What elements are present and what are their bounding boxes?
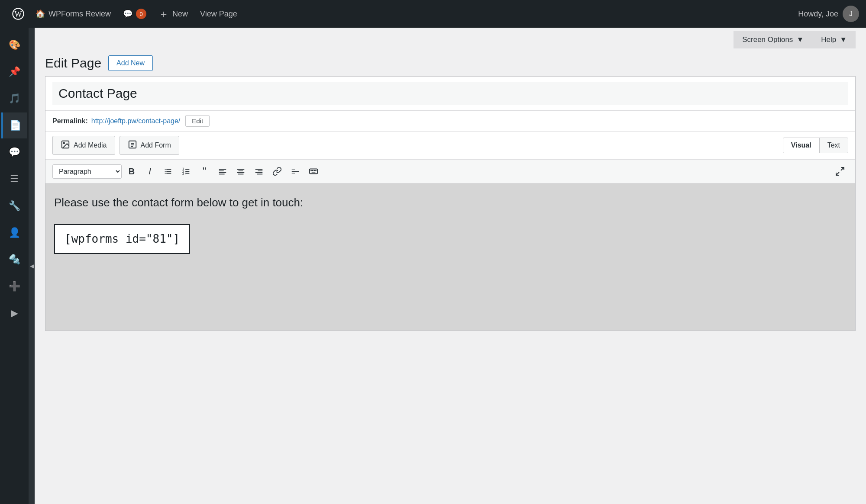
plus-icon: ＋ (158, 7, 169, 21)
align-left-button[interactable] (214, 163, 231, 180)
admin-sidebar: 🎨 📌 🎵 📄 💬 ☰ 🔧 👤 🔩 ➕ ▶ (0, 28, 29, 504)
home-icon: 🏠 (36, 9, 45, 19)
format-toolbar: Paragraph B I 1.2.3. " (45, 160, 855, 183)
editor-wrap: Permalink: http://joeftp.pw/contact-page… (45, 76, 856, 331)
add-form-icon (128, 140, 137, 151)
bold-button[interactable]: B (123, 163, 140, 180)
comments-link[interactable]: 💬 0 (117, 0, 152, 28)
visual-tab[interactable]: Visual (783, 138, 820, 153)
svg-rect-21 (219, 170, 224, 171)
adminbar-right: Howdy, Joe J (798, 6, 859, 22)
add-media-icon (61, 140, 70, 151)
svg-rect-35 (310, 169, 317, 174)
add-new-button[interactable]: Add New (108, 55, 153, 71)
svg-line-42 (836, 172, 839, 175)
content-paragraph: Please use the contact form below to get… (54, 194, 847, 212)
svg-rect-25 (239, 170, 243, 171)
page-header: Edit Page Add New (35, 48, 866, 76)
add-media-button[interactable]: Add Media (52, 136, 115, 155)
svg-rect-12 (165, 173, 166, 174)
page-title: Edit Page (45, 56, 101, 71)
svg-rect-23 (219, 174, 225, 175)
more-break-button[interactable] (287, 163, 304, 180)
paragraph-select[interactable]: Paragraph (52, 164, 122, 179)
sidebar-item-posts[interactable]: 📌 (1, 59, 27, 85)
title-wrap (45, 77, 855, 111)
comments-icon: 💬 (123, 9, 132, 19)
svg-rect-11 (166, 171, 171, 172)
main-content: Screen Options ▼ Help ▼ Edit Page Add Ne… (35, 28, 866, 504)
admin-bar: W 🏠 WPForms Review 💬 0 ＋ New View Page H… (0, 0, 866, 28)
align-right-button[interactable] (251, 163, 267, 180)
svg-rect-22 (219, 172, 226, 173)
svg-point-3 (63, 142, 65, 144)
svg-rect-9 (166, 169, 171, 170)
svg-rect-27 (238, 174, 244, 175)
post-title-input[interactable] (52, 82, 848, 105)
new-content-link[interactable]: ＋ New (152, 0, 194, 28)
ordered-list-button[interactable]: 1.2.3. (178, 163, 194, 180)
text-tab[interactable]: Text (820, 138, 848, 153)
svg-rect-31 (257, 174, 262, 175)
sidebar-item-pages[interactable]: 📄 (1, 112, 27, 138)
svg-rect-28 (255, 169, 263, 170)
screen-options-button[interactable]: Screen Options ▼ (734, 31, 812, 48)
svg-rect-34 (292, 173, 295, 174)
svg-rect-29 (258, 170, 262, 171)
help-button[interactable]: Help ▼ (812, 31, 856, 48)
chevron-down-icon: ▼ (796, 35, 804, 44)
permalink-wrap: Permalink: http://joeftp.pw/contact-page… (45, 111, 855, 132)
svg-rect-13 (166, 173, 171, 174)
sidebar-item-plugins[interactable]: 🔧 (1, 193, 27, 219)
svg-rect-10 (165, 171, 166, 172)
wp-logo-icon[interactable]: W (7, 0, 29, 28)
svg-rect-32 (292, 171, 299, 172)
permalink-label: Permalink: (52, 117, 88, 125)
sidebar-item-dashboard[interactable]: 🎨 (1, 32, 27, 58)
sidebar-item-settings[interactable]: 🔩 (1, 247, 27, 273)
svg-rect-8 (165, 169, 166, 170)
sidebar-item-users[interactable]: 👤 (1, 220, 27, 246)
sidebar-item-appearance[interactable]: ☰ (1, 166, 27, 192)
svg-rect-33 (292, 169, 295, 170)
svg-rect-30 (255, 172, 263, 173)
align-center-button[interactable] (233, 163, 249, 180)
link-button[interactable] (269, 163, 285, 180)
user-info[interactable]: Howdy, Joe J (798, 6, 859, 22)
svg-rect-26 (237, 172, 245, 173)
expand-toolbar-button[interactable] (832, 163, 848, 180)
site-name-link[interactable]: 🏠 WPForms Review (29, 0, 117, 28)
unordered-list-button[interactable] (160, 163, 176, 180)
screen-meta-links: Screen Options ▼ Help ▼ (35, 28, 866, 48)
sidebar-item-media2[interactable]: ▶ (1, 300, 27, 326)
permalink-url[interactable]: http://joeftp.pw/contact-page/ (91, 117, 180, 125)
svg-text:3.: 3. (182, 172, 186, 176)
italic-button[interactable]: I (142, 163, 158, 180)
view-page-link[interactable]: View Page (194, 0, 243, 28)
avatar: J (843, 6, 859, 22)
svg-text:W: W (14, 10, 22, 19)
sidebar-item-media[interactable]: 🎵 (1, 86, 27, 112)
svg-line-41 (841, 167, 844, 170)
blockquote-button[interactable]: " (196, 163, 213, 180)
editor-toolbar-top: Add Media Add Form Visual Text (45, 132, 855, 160)
sidebar-collapse-handle[interactable] (29, 28, 35, 504)
chevron-down-icon-help: ▼ (840, 35, 847, 44)
sidebar-item-comments[interactable]: 💬 (1, 139, 27, 165)
permalink-edit-button[interactable]: Edit (185, 115, 210, 127)
sidebar-item-wpforms[interactable]: ➕ (1, 273, 27, 299)
svg-rect-19 (185, 173, 189, 174)
shortcode-block: [wpforms id="81"] (54, 224, 190, 254)
svg-rect-20 (219, 169, 226, 170)
keyboard-shortcuts-button[interactable] (305, 163, 322, 180)
editor-content[interactable]: Please use the contact form below to get… (45, 183, 855, 331)
svg-rect-24 (237, 169, 245, 170)
view-switch: Visual Text (783, 138, 848, 153)
add-form-button[interactable]: Add Form (120, 136, 179, 155)
